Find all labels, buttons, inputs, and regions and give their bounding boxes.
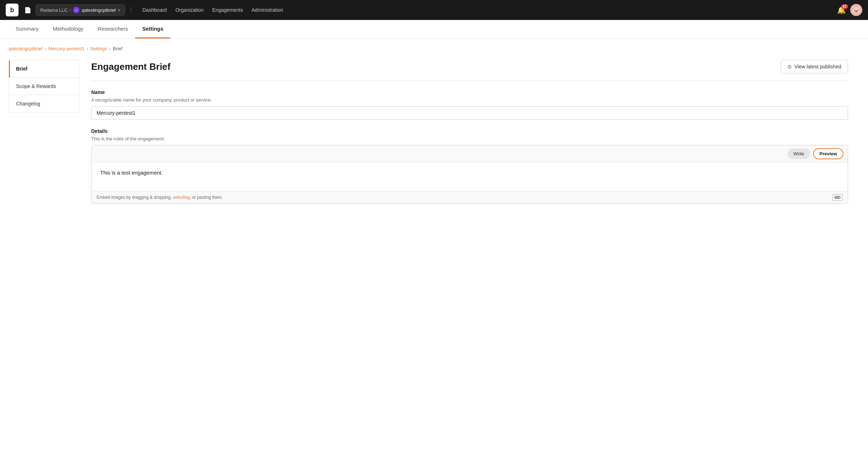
sidebar: Brief Scope & Rewards Changelog [9,60,80,113]
name-label: Name [91,89,848,95]
name-input[interactable] [91,106,848,120]
details-section: Details This is the rules of the engagem… [91,128,848,204]
name-section: Name A recognizable name for your compan… [91,89,848,120]
nav-organization[interactable]: Organization [175,7,203,13]
project-name: qatestingcptbrief [82,7,115,13]
preview-content: This is a test engagement. [100,170,839,176]
chevron-down-icon: ▾ [118,7,120,13]
breadcrumb-engagement[interactable]: Mercury-pentest1 [48,46,84,51]
breadcrumb-settings[interactable]: Settings [90,46,107,51]
sidebar-item-changelog[interactable]: Changelog [9,95,79,112]
project-icon: ✓ [73,7,79,13]
embed-hint: Embed images by dragging & dropping, sel… [97,195,223,200]
markdown-icon: MD [832,194,843,201]
topbar: b 📄 Redama LLC / ✓ qatestingcptbrief ▾ D… [0,0,868,20]
breadcrumb-sep3: › [109,46,110,51]
topbar-divider [131,6,131,14]
eye-icon: ⊙ [787,64,792,69]
breadcrumb: qatestingcptbrief › Mercury-pentest1 › S… [9,46,859,51]
subnav: Summary Methodology Researchers Settings [0,20,868,39]
embed-hint-text: Embed images by dragging & dropping, [97,195,173,200]
editor-toolbar: Write Preview [92,145,848,162]
divider [91,81,848,81]
brief-header: Engagement Brief ⊙ View latest published [91,60,848,73]
preview-tab-button[interactable]: Preview [813,148,843,159]
company-name: Redama LLC [40,7,68,13]
name-hint: A recognizable name for your company, pr… [91,97,848,103]
write-tab-button[interactable]: Write [787,149,810,159]
sidebar-item-scope-rewards[interactable]: Scope & Rewards [9,78,79,95]
tab-settings[interactable]: Settings [135,20,170,38]
tab-methodology[interactable]: Methodology [46,20,91,38]
main-panel: Engagement Brief ⊙ View latest published… [80,60,859,212]
editor-container: Write Preview This is a test engagement. [91,145,848,204]
breadcrumb-sep2: › [87,46,88,51]
tab-researchers[interactable]: Researchers [91,20,135,38]
doc-icon: 📄 [24,7,31,14]
breadcrumb-current: Brief [113,46,123,51]
sidebar-item-brief[interactable]: Brief [9,60,79,78]
avatar[interactable]: 🐷 [850,4,862,16]
selecting-link[interactable]: selecting [173,195,190,200]
breadcrumb-sep1: › [45,46,46,51]
details-label: Details [91,128,848,134]
editor-preview-area: This is a test engagement. [92,162,848,191]
page-content: qatestingcptbrief › Mercury-pentest1 › S… [0,39,868,219]
nav-administration[interactable]: Administration [252,7,283,13]
main-layout: Brief Scope & Rewards Changelog Engageme… [9,60,859,212]
notification-badge: 57 [841,4,848,9]
topbar-nav: Dashboard Organization Engagements Admin… [143,7,283,13]
view-published-label: View latest published [795,64,841,69]
embed-hint-text2: , or pasting them. [190,195,223,200]
tab-summary[interactable]: Summary [9,20,46,38]
page-title: Engagement Brief [91,61,171,72]
topbar-project-selector[interactable]: Redama LLC / ✓ qatestingcptbrief ▾ [36,4,125,16]
topbar-right: 🔔 57 🐷 [837,4,862,16]
details-hint: This is the rules of the engagement. [91,136,848,141]
nav-dashboard[interactable]: Dashboard [143,7,167,13]
notification-button[interactable]: 🔔 57 [837,6,846,14]
nav-engagements[interactable]: Engagements [212,7,243,13]
breadcrumb-project[interactable]: qatestingcptbrief [9,46,42,51]
view-latest-published-button[interactable]: ⊙ View latest published [781,60,848,73]
breadcrumb-sep: / [70,7,71,13]
editor-footer: Embed images by dragging & dropping, sel… [92,191,848,203]
logo[interactable]: b [6,4,19,16]
